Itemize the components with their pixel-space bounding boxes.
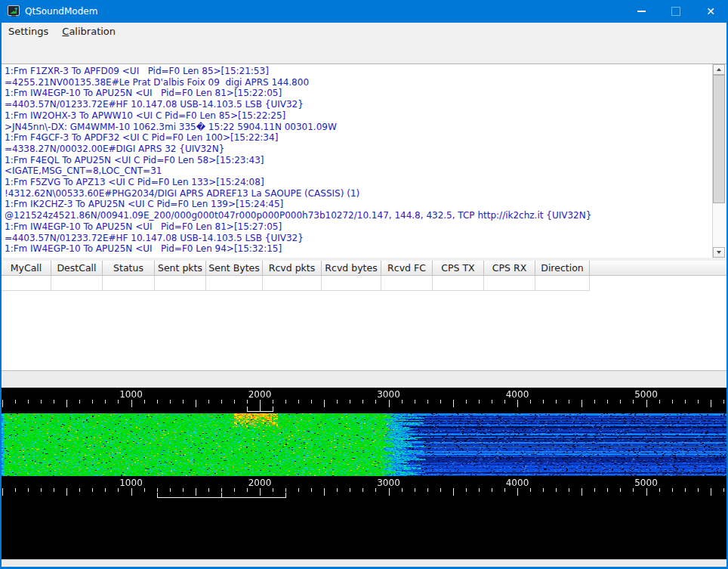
monitor-line: !4312.62N\00533.60E#PHG2034/DIGI APRS AD… [5,188,711,199]
monitor-line: <IGATE,MSG_CNT=8,LOC_CNT=31 [5,165,711,177]
monitor-line: =4255.21NV00135.38E#Le Prat D'albis Foix… [5,77,711,88]
monitor-line: 1:Fm F4EQL To APU25N <UI C Pid=F0 Len 58… [5,155,711,166]
connections-table: MyCall DestCall Status Sent pkts Sent By… [2,261,726,370]
frequency-ruler-a[interactable] [2,388,726,413]
splitter-strip [2,370,726,388]
monitor-scrollbar[interactable] [712,64,725,258]
titlebar[interactable]: QtSoundModem ✕ [0,0,728,23]
minimize-icon [637,11,646,12]
menu-settings[interactable]: Settings [2,24,55,39]
column-header-rcvd-bytes[interactable]: Rcvd bytes [322,261,381,275]
maximize-icon [671,7,680,16]
menu-calibration[interactable]: Calibration [55,24,122,39]
table-row[interactable] [2,276,726,291]
toolbar: A: AFSK AX.25 300bd 2000 B: AFSK AX.25 1… [2,39,726,63]
monitor-line: 1:Fm IW4EGP-10 To APU25N <UI Pid=F0 Len … [5,243,711,255]
monitor-line: 1:Fm F5ZVG To APZ13 <UI C Pid=F0 Len 133… [5,177,711,188]
monitor-line: 1:Fm IW2OHX-3 To APWW10 <UI C Pid=F0 Len… [5,110,711,122]
minimize-button[interactable] [624,0,659,23]
app-icon [8,5,20,17]
column-header-rcvd-pkts[interactable]: Rcvd pkts [263,261,322,275]
monitor-line: >JN45nn\-DX: GM4WMM-10 1062.3mi 335� 15:… [5,122,711,133]
monitor-text: 1:Fm F1ZXR-3 To APFD09 <UI Pid=F0 Len 85… [5,66,711,255]
monitor-line: 1:Fm F4GCF-3 To APDF32 <UI C Pid=F0 Len … [5,132,711,144]
close-icon: ✕ [706,6,715,17]
scrollbar-thumb[interactable] [713,75,725,203]
column-header-cps-rx[interactable]: CPS RX [484,261,535,275]
frequency-ruler-b[interactable] [2,476,726,501]
qtsoundmodem-window: QtSoundModem ✕ Settings Calibration A: A… [0,0,728,569]
column-header-status[interactable]: Status [103,261,155,275]
scrollbar-down-button[interactable] [713,247,725,258]
window-border-left [0,23,2,569]
monitor-line: 1:Fm IK2CHZ-3 To APU25N <UI C Pid=F0 Len… [5,199,711,210]
column-header-cps-tx[interactable]: CPS TX [433,261,484,275]
table-header-row: MyCall DestCall Status Sent pkts Sent By… [2,261,726,276]
monitor-line: =4403.57N/01233.72E#HF 10.147.08 USB-14.… [5,99,711,110]
maximize-button[interactable] [659,0,693,23]
monitor-textarea[interactable]: 1:Fm F1ZXR-3 To APFD09 <UI Pid=F0 Len 85… [2,63,726,258]
monitor-line: 1:Fm IW4EGP-10 To APU25N <UI Pid=F0 Len … [5,221,711,233]
menubar: Settings Calibration [2,23,726,39]
column-header-mycall[interactable]: MyCall [2,261,51,275]
column-header-direction[interactable]: Direction [535,261,590,275]
column-header-sent-bytes[interactable]: Sent Bytes [206,261,263,275]
column-header-filler [590,261,726,275]
arrow-down-icon [717,251,721,254]
waterfall-b[interactable] [2,501,726,559]
monitor-line: 1:Fm F1ZXR-3 To APFD09 <UI Pid=F0 Len 85… [5,66,711,77]
monitor-line: 1:Fm IW4EGP-10 To APU25N <UI Pid=F0 Len … [5,88,711,99]
monitor-line: =4403.57N/01233.72E#HF 10.147.08 USB-14.… [5,233,711,244]
monitor-line: @121524z4521.86N/00941.09E_200/000g000t0… [5,210,711,221]
bottom-strip [2,559,726,567]
close-button[interactable]: ✕ [693,0,728,23]
arrow-up-icon [717,68,721,71]
window-title: QtSoundModem [25,6,624,17]
column-header-rcvd-fc[interactable]: Rcvd FC [381,261,433,275]
scrollbar-up-button[interactable] [713,64,725,75]
column-header-destcall[interactable]: DestCall [51,261,103,275]
monitor-line: =4338.27N/00032.00E#DIGI APRS 32 {UIV32N… [5,144,711,155]
waterfall-a[interactable] [2,413,726,476]
column-header-sent-pkts[interactable]: Sent pkts [155,261,206,275]
